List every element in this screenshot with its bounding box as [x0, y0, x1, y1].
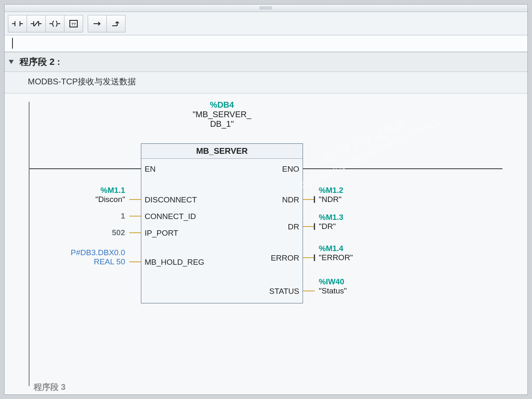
operand-disconnect[interactable]: %M1.1 "Discon"	[67, 186, 125, 204]
collapse-triangle-icon[interactable]	[9, 60, 14, 64]
operand-error[interactable]: %M1.4 "ERROR"	[319, 244, 385, 262]
instance-db-label: %DB4 "MB_SERVER_ DB_1"	[141, 100, 303, 129]
db-symbol-line2: DB_1"	[141, 119, 303, 129]
stub-ip-port	[129, 232, 141, 233]
editor-window: ?? 程序段 2 : MODBS-TCP接收与发送数据 %DB4 "MB_SER…	[4, 4, 528, 395]
next-network-label: 程序段 3	[34, 382, 66, 393]
stub-error	[303, 257, 315, 258]
wire-eno	[303, 168, 502, 169]
block-name: MB_SERVER	[141, 144, 303, 159]
db-symbol-line1: "MB_SERVER_	[141, 110, 303, 119]
pin-disconnect: DISCONNECT	[145, 194, 197, 206]
operand-ip-port[interactable]: 502	[92, 228, 125, 237]
normally-open-contact-button[interactable]	[8, 15, 27, 32]
pin-ndr: NDR	[282, 194, 299, 206]
stub-disconnect	[129, 199, 141, 200]
network-header[interactable]: 程序段 2 :	[5, 52, 527, 72]
db-address: %DB4	[141, 100, 303, 110]
text-caret-icon	[12, 38, 13, 49]
stub-hold-reg	[129, 261, 141, 262]
operand-connect-id[interactable]: 1	[100, 212, 125, 221]
pin-dr: DR	[288, 221, 299, 233]
coil-button[interactable]	[45, 15, 64, 32]
empty-box-button[interactable]: ??	[64, 15, 83, 32]
operand-ndr[interactable]: %M1.2 "NDR"	[319, 186, 385, 204]
operand-dr[interactable]: %M1.3 "DR"	[319, 213, 385, 231]
operand-status[interactable]: %IW40 "Status"	[319, 277, 385, 296]
network-comment[interactable]: MODBS-TCP接收与发送数据	[5, 72, 527, 94]
window-titlebar	[5, 5, 527, 12]
stub-ndr	[303, 199, 315, 200]
stub-connect-id	[129, 216, 141, 217]
mb-server-block[interactable]: MB_SERVER EN DISCONNECT CONNECT_ID IP_PO…	[141, 143, 303, 303]
negation-ndr-icon	[314, 196, 315, 203]
ladder-canvas[interactable]: %DB4 "MB_SERVER_ DB_1" MB_SERVER EN DISC…	[5, 94, 527, 394]
pin-mb-hold-reg: MB_HOLD_REG	[145, 256, 204, 268]
network-title: 程序段 2 :	[20, 56, 60, 68]
stub-dr	[303, 226, 315, 227]
normally-closed-contact-button[interactable]	[27, 15, 46, 32]
pin-connect-id: CONNECT_ID	[145, 210, 196, 223]
expression-bar[interactable]	[5, 35, 527, 52]
negation-error-icon	[314, 254, 315, 261]
operand-hold-reg[interactable]: P#DB3.DBX0.0 REAL 50	[59, 248, 125, 266]
svg-text:??: ??	[71, 22, 76, 26]
pin-eno: ENO	[282, 163, 299, 175]
grip-icon	[260, 6, 272, 10]
pin-ip-port: IP_PORT	[145, 227, 178, 239]
power-rail	[29, 102, 30, 386]
wire-en	[30, 168, 141, 169]
open-branch-button[interactable]	[88, 15, 107, 32]
watermark: 西门子工业 找答案 support.industry.siemens.com/c…	[290, 103, 443, 193]
negation-dr-icon	[314, 223, 315, 230]
lad-toolbar: ??	[5, 12, 527, 35]
pin-error: ERROR	[271, 252, 299, 264]
pin-status: STATUS	[269, 285, 299, 298]
pin-en: EN	[145, 163, 155, 175]
stub-status	[303, 291, 315, 291]
close-branch-button[interactable]	[106, 15, 126, 32]
